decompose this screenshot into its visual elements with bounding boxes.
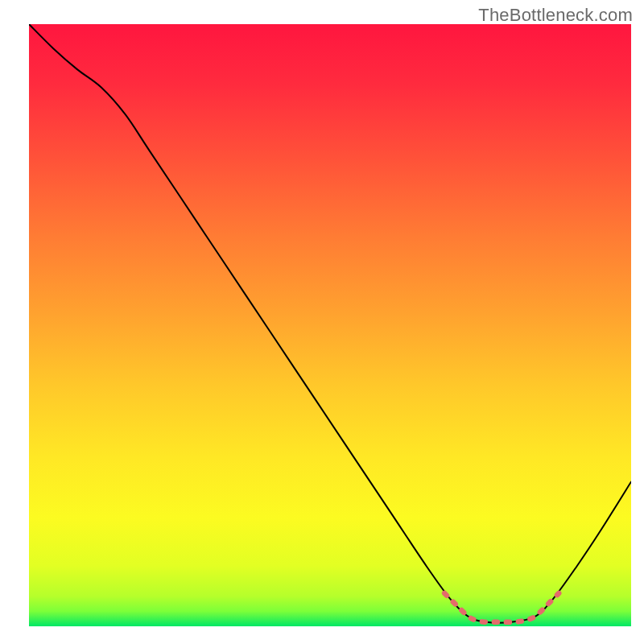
watermark-text: TheBottleneck.com (478, 5, 633, 26)
chart-svg (0, 0, 644, 644)
plot-background (29, 24, 631, 626)
chart-stage: TheBottleneck.com (0, 0, 644, 644)
